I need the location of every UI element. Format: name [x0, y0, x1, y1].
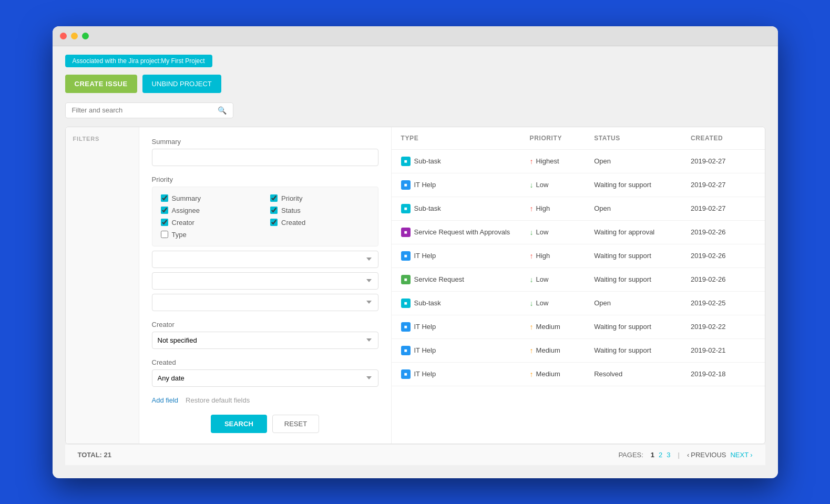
checkbox-creator-input[interactable] [161, 219, 168, 226]
created-select[interactable]: Any date [152, 369, 378, 387]
priority-select-1[interactable] [152, 251, 378, 268]
priority-cell: ↑ Medium [530, 323, 595, 331]
type-name: IT Help [414, 252, 436, 260]
created-cell: 2019-02-26 [691, 275, 755, 283]
type-cell: ■ IT Help [401, 322, 530, 332]
results-panel: TYPE PRIORITY STATUS CREATED ■ Sub-task … [392, 127, 765, 444]
created-label: Created [152, 358, 378, 366]
prev-button[interactable]: ‹ PREVIOUS [687, 451, 726, 459]
status-cell: Waiting for support [594, 275, 691, 283]
priority-field-group: Priority Summary Priority [152, 176, 378, 311]
next-button[interactable]: NEXT › [730, 451, 752, 459]
type-cell: ■ Sub-task [401, 204, 530, 213]
status-cell: Waiting for support [594, 323, 691, 331]
priority-value: Medium [536, 370, 560, 378]
type-name: Sub-task [414, 299, 441, 307]
search-input[interactable] [72, 106, 218, 114]
priority-dropdown-3 [152, 294, 378, 311]
total-count: TOTAL: 21 [78, 451, 112, 459]
priority-cell: ↑ High [530, 252, 595, 260]
add-restore-row: Add field Restore default fields [152, 396, 378, 404]
main-layout: FILTERS Summary Priority Summary [65, 127, 765, 444]
created-cell: 2019-02-26 [691, 228, 755, 236]
status-cell: Waiting for approval [594, 228, 691, 236]
priority-value: Low [536, 275, 549, 283]
create-issue-button[interactable]: CREATE ISSUE [65, 75, 137, 93]
table-row: ■ IT Help ↑ Medium Resolved 2019-02-18 [392, 363, 765, 386]
table-row: ■ IT Help ↑ High Waiting for support 201… [392, 244, 765, 268]
titlebar [53, 26, 778, 46]
priority-cell: ↓ Low [530, 181, 595, 189]
status-cell: Resolved [594, 370, 691, 378]
summary-label: Summary [152, 138, 378, 146]
priority-arrow-icon: ↑ [530, 323, 534, 331]
checkbox-type-label: Type [172, 231, 187, 239]
priority-arrow-icon: ↑ [530, 157, 534, 166]
checkbox-type[interactable]: Type [161, 231, 260, 239]
priority-select-2[interactable] [152, 272, 378, 290]
results-body: ■ Sub-task ↑ Highest Open 2019-02-27 ■ I… [392, 150, 765, 386]
col-created: CREATED [691, 135, 755, 142]
checkbox-priority[interactable]: Priority [270, 194, 370, 202]
type-name: IT Help [414, 323, 436, 331]
checkbox-creator[interactable]: Creator [161, 219, 260, 227]
checkbox-assignee-label: Assignee [172, 207, 200, 214]
type-icon: ■ [401, 157, 411, 166]
type-cell: ■ Sub-task [401, 157, 530, 166]
columns-checkbox-grid: Summary Priority Assignee Status [152, 187, 378, 246]
status-cell: Open [594, 299, 691, 307]
priority-cell: ↑ Medium [530, 370, 595, 378]
unbind-project-button[interactable]: UNBIND PROJECT [142, 75, 221, 93]
priority-cell: ↓ Low [530, 275, 595, 284]
close-dot[interactable] [60, 33, 67, 39]
checkbox-priority-input[interactable] [270, 194, 278, 202]
status-cell: Waiting for support [594, 252, 691, 260]
checkbox-status[interactable]: Status [270, 207, 370, 214]
type-name: Sub-task [414, 157, 441, 165]
restore-default-button[interactable]: Restore default fields [186, 396, 250, 404]
priority-dropdown-1 [152, 251, 378, 268]
checkbox-assignee-input[interactable] [161, 207, 168, 214]
status-cell: Waiting for support [594, 346, 691, 354]
priority-arrow-icon: ↓ [530, 275, 534, 284]
creator-select[interactable]: Not specified [152, 332, 378, 349]
search-button[interactable]: SEARCH [211, 415, 267, 433]
checkbox-created-input[interactable] [270, 219, 278, 226]
type-name: Service Request with Approvals [414, 228, 510, 236]
checkbox-summary-input[interactable] [161, 194, 168, 202]
priority-arrow-icon: ↑ [530, 204, 534, 213]
type-cell: ■ IT Help [401, 251, 530, 261]
maximize-dot[interactable] [82, 33, 89, 39]
type-icon: ■ [401, 369, 411, 379]
summary-input[interactable] [152, 149, 378, 166]
table-row: ■ Sub-task ↓ Low Open 2019-02-25 [392, 292, 765, 315]
checkbox-status-input[interactable] [270, 207, 278, 214]
table-row: ■ Sub-task ↑ High Open 2019-02-27 [392, 197, 765, 221]
checkbox-assignee[interactable]: Assignee [161, 207, 260, 214]
action-buttons: SEARCH RESET [152, 415, 378, 433]
created-cell: 2019-02-21 [691, 346, 755, 354]
type-cell: ■ IT Help [401, 369, 530, 379]
sidebar: FILTERS [66, 127, 139, 444]
table-row: ■ Service Request with Approvals ↓ Low W… [392, 221, 765, 244]
page-3[interactable]: 3 [667, 451, 670, 459]
page-1[interactable]: 1 [651, 451, 654, 459]
created-cell: 2019-02-27 [691, 204, 755, 212]
created-cell: 2019-02-25 [691, 299, 755, 307]
col-status: STATUS [594, 135, 691, 142]
creator-field-group: Creator Not specified [152, 321, 378, 349]
priority-select-3[interactable] [152, 294, 378, 311]
checkbox-type-input[interactable] [161, 231, 168, 238]
reset-button[interactable]: RESET [272, 415, 319, 433]
type-cell: ■ IT Help [401, 180, 530, 190]
creator-label: Creator [152, 321, 378, 328]
checkbox-priority-label: Priority [281, 194, 302, 202]
add-field-button[interactable]: Add field [152, 396, 179, 404]
type-name: Sub-task [414, 204, 441, 212]
minimize-dot[interactable] [71, 33, 78, 39]
checkbox-created[interactable]: Created [270, 219, 370, 227]
page-2[interactable]: 2 [659, 451, 662, 459]
type-icon: ■ [401, 228, 411, 237]
filter-panel: Summary Priority Summary Priori [139, 127, 392, 444]
checkbox-summary[interactable]: Summary [161, 194, 260, 202]
